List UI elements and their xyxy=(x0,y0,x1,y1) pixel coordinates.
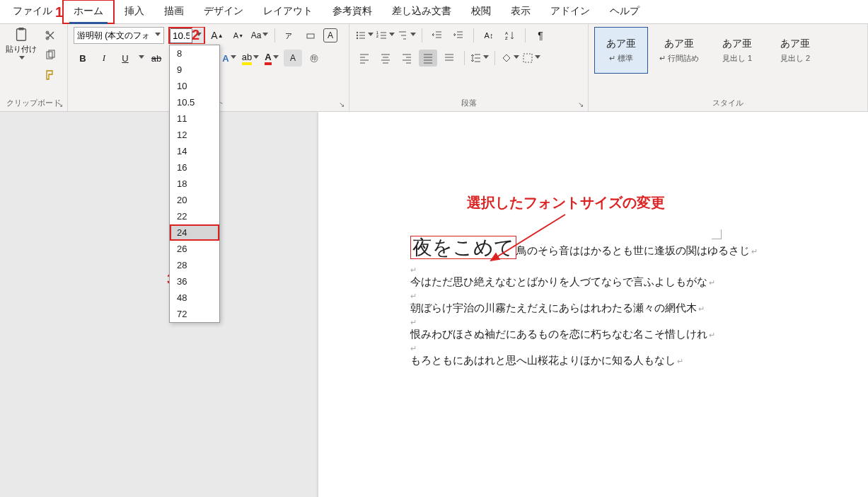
document-line[interactable]: 今はただ思ひ絶えなむとばかりを人づてならで言ふよしもがな↵ xyxy=(410,274,842,290)
document-line[interactable]: 朝ぼらけ宇治の川霧たえだえにあらはれわたる瀬々の網代木↵ xyxy=(410,300,842,316)
copy-button[interactable] xyxy=(41,47,59,64)
style-card[interactable]: あア亜↵ 行間詰め xyxy=(652,27,706,74)
italic-button[interactable]: I xyxy=(95,50,113,67)
font-size-option[interactable]: 36 xyxy=(170,273,219,290)
decrease-indent-button[interactable] xyxy=(428,27,446,44)
font-size-option[interactable]: 12 xyxy=(170,127,219,143)
font-size-option[interactable]: 10 xyxy=(170,78,219,94)
font-size-option[interactable]: 24 xyxy=(170,224,219,241)
line-text[interactable]: 恨みわびほさぬ袖だにあるものを恋に朽ちなむ名こそ惜しけれ xyxy=(410,329,707,340)
text-direction-button[interactable]: A↕ xyxy=(480,27,498,44)
style-card[interactable]: あア亜↵ 標準 xyxy=(594,27,648,74)
style-card[interactable]: あア亜見出し 2 xyxy=(768,27,822,74)
font-size-dropdown[interactable]: 891010.511121416182022242628364872 xyxy=(169,45,220,323)
font-size-option[interactable]: 18 xyxy=(170,176,219,192)
show-marks-button[interactable]: ¶ xyxy=(531,27,550,44)
enclose-characters-button[interactable]: A xyxy=(323,28,337,42)
line-text[interactable]: 鳥のそら音ははかるとも世に逢坂の関はゆるさじ xyxy=(516,245,750,256)
menu-tab-ホーム[interactable]: ホーム xyxy=(62,0,115,24)
align-justify-button[interactable] xyxy=(419,50,437,67)
font-name-combo[interactable] xyxy=(74,27,164,44)
enclose-button[interactable]: ㊞ xyxy=(305,50,323,67)
font-size-option[interactable]: 28 xyxy=(170,257,219,273)
align-center-button[interactable] xyxy=(376,50,395,67)
align-right-button[interactable] xyxy=(398,50,416,67)
align-left-icon xyxy=(359,52,370,64)
font-size-dropdown-button[interactable] xyxy=(192,28,204,43)
menu-tab-ヘルプ[interactable]: ヘルプ xyxy=(600,1,649,23)
menu-tab-差し込み文書[interactable]: 差し込み文書 xyxy=(382,1,461,23)
selected-text[interactable]: 夜をこめて xyxy=(410,236,516,259)
menu-tab-挿入[interactable]: 挿入 xyxy=(115,1,154,23)
font-size-option[interactable]: 10.5 xyxy=(170,94,219,110)
align-distribute-button[interactable] xyxy=(440,50,458,67)
font-size-option[interactable]: 16 xyxy=(170,159,219,176)
bold-button[interactable]: B xyxy=(74,50,92,67)
document-area[interactable]: 夜をこめて鳥のそら音ははかるとも世に逢坂の関はゆるさじ↵ ↵ 今はただ思ひ絶えな… xyxy=(0,112,868,497)
line-spacing-button[interactable] xyxy=(470,50,489,67)
font-size-option[interactable]: 48 xyxy=(170,290,219,306)
menu-tab-ファイル[interactable]: ファイル xyxy=(3,1,62,23)
line-text[interactable]: 今はただ思ひ絶えなむとばかりを人づてならで言ふよしもがな xyxy=(410,276,707,287)
chevron-down-icon[interactable] xyxy=(139,55,144,61)
shading-button[interactable] xyxy=(501,50,519,67)
document-page[interactable]: 夜をこめて鳥のそら音ははかるとも世に逢坂の関はゆるさじ↵ ↵ 今はただ思ひ絶えな… xyxy=(318,112,868,497)
sort-button[interactable]: AZ xyxy=(501,27,519,44)
document-line[interactable]: 夜をこめて鳥のそら音ははかるとも世に逢坂の関はゆるさじ↵ xyxy=(410,232,842,264)
font-name-input[interactable] xyxy=(74,28,152,43)
numbering-button[interactable]: 12 xyxy=(376,27,395,44)
clear-formatting-button[interactable] xyxy=(302,27,320,44)
menu-tab-デザイン[interactable]: デザイン xyxy=(194,1,253,23)
menu-tab-レイアウト[interactable]: レイアウト xyxy=(253,1,323,23)
phonetic-guide-button[interactable]: ア xyxy=(281,27,299,44)
borders-button[interactable] xyxy=(522,50,540,67)
font-color-button[interactable]: A xyxy=(262,50,281,67)
multilevel-list-button[interactable] xyxy=(398,27,416,44)
increase-indent-button[interactable] xyxy=(449,27,468,44)
cut-button[interactable] xyxy=(41,27,59,44)
text-effects-button[interactable]: A xyxy=(220,50,238,67)
dialog-launcher-icon[interactable]: ↘ xyxy=(339,101,345,108)
font-size-input[interactable] xyxy=(170,28,192,43)
document-line[interactable]: 恨みわびほさぬ袖だにあるものを恋に朽ちなむ名こそ惜しけれ↵ xyxy=(410,326,842,343)
bullets-button[interactable] xyxy=(355,27,374,44)
separator xyxy=(494,51,495,65)
shrink-font-button[interactable]: A▼ xyxy=(229,27,248,44)
font-size-option[interactable]: 22 xyxy=(170,208,219,224)
font-size-option[interactable]: 14 xyxy=(170,143,219,159)
group-label-styles: スタイル xyxy=(594,96,862,110)
font-size-option[interactable]: 8 xyxy=(170,45,219,62)
line-text[interactable]: もろともにあはれと思へ山桜花よりほかに知る人もなし xyxy=(410,355,676,366)
document-line[interactable]: もろともにあはれと思へ山桜花よりほかに知る人もなし↵ xyxy=(410,353,842,369)
menu-tab-表示[interactable]: 表示 xyxy=(501,1,540,23)
style-card[interactable]: あア亜見出し 1 xyxy=(710,27,764,74)
font-size-option[interactable]: 9 xyxy=(170,62,219,78)
align-left-button[interactable] xyxy=(355,50,374,67)
strikethrough-button[interactable]: ab xyxy=(147,50,166,67)
format-painter-button[interactable] xyxy=(41,67,59,84)
menu-tab-参考資料[interactable]: 参考資料 xyxy=(323,1,382,23)
font-size-option[interactable]: 72 xyxy=(170,306,219,322)
line-text[interactable]: 朝ぼらけ宇治の川霧たえだえにあらはれわたる瀬々の網代木 xyxy=(410,302,697,314)
character-shading-button[interactable]: A xyxy=(284,50,302,67)
font-size-combo[interactable]: 891010.511121416182022242628364872 xyxy=(168,27,205,44)
svg-rect-1 xyxy=(18,28,23,30)
menu-tab-校閲[interactable]: 校閲 xyxy=(461,1,501,23)
menu-tab-描画[interactable]: 描画 xyxy=(154,1,194,23)
font-size-option[interactable]: 26 xyxy=(170,241,219,257)
change-case-button[interactable]: Aa xyxy=(250,27,269,44)
font-size-option[interactable]: 20 xyxy=(170,192,219,208)
underline-button[interactable]: U xyxy=(116,50,134,67)
highlight-button[interactable]: ab xyxy=(241,50,260,67)
style-sample: あア亜 xyxy=(780,38,810,50)
ribbon: 貼り付け クリップボード ↘ 8 xyxy=(0,24,868,112)
dialog-launcher-icon[interactable]: ↘ xyxy=(57,101,63,108)
group-font: 891010.511121416182022242628364872 A▲ A▼… xyxy=(68,24,349,111)
chevron-down-icon[interactable] xyxy=(155,33,161,38)
dialog-launcher-icon[interactable]: ↘ xyxy=(578,101,584,108)
paste-button[interactable]: 貼り付け xyxy=(6,27,37,62)
grow-font-button[interactable]: A▲ xyxy=(208,27,226,44)
return-mark-icon: ↵ xyxy=(410,344,417,353)
menu-tab-アドイン[interactable]: アドイン xyxy=(540,1,600,23)
font-size-option[interactable]: 11 xyxy=(170,110,219,127)
